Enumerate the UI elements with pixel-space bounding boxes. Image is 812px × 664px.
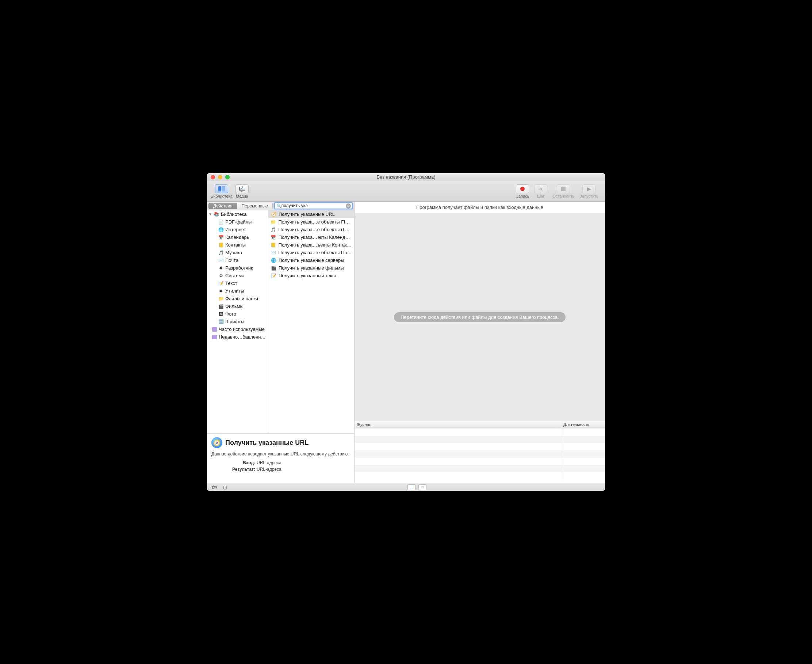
run-button[interactable]: ▶ (582, 184, 596, 193)
action-item[interactable]: 🧭Получить указанные URL (268, 210, 354, 218)
category-item[interactable]: 🌐Интернет (207, 226, 268, 233)
action-info: 🧭 Получить указанные URL Данное действие… (207, 433, 354, 483)
action-icon: 📒 (271, 242, 276, 248)
footer: ✿▾ ▢ ☰ ▭ (207, 483, 605, 491)
action-label: Получить указа…е объекты iTunes (278, 227, 352, 232)
category-icon: 🖼 (218, 311, 224, 317)
info-input-value: URL-адреса (257, 460, 281, 465)
minimize-icon[interactable] (218, 175, 222, 179)
collapse-icon[interactable]: ▢ (222, 485, 229, 490)
log-row (354, 443, 605, 450)
category-label: Контакты (225, 242, 246, 247)
action-item[interactable]: 📅Получить указа…екты Календаря (268, 233, 354, 241)
category-item[interactable]: 🎵Музыка (207, 249, 268, 256)
library-pane: Действия Переменные 🔍 получить ука ✕ ▼ 📚… (207, 202, 354, 483)
library-label: Библиотека (211, 194, 232, 199)
search-value: получить ука (281, 203, 308, 208)
step-button[interactable]: ➔| (534, 184, 547, 193)
category-label: Фильмы (225, 304, 244, 309)
view-flow-button[interactable]: ▭ (418, 484, 426, 490)
action-item[interactable]: ✉️Получить указа…е объекты Почты (268, 249, 354, 256)
category-item[interactable]: ✖Разработчик (207, 264, 268, 272)
library-root[interactable]: ▼ 📚 Библиотека (207, 210, 268, 218)
category-label: Почта (225, 257, 239, 263)
smart-folder-icon (212, 327, 217, 332)
record-label: Запись (516, 194, 529, 199)
category-item[interactable]: 🖼Фото (207, 310, 268, 318)
action-list[interactable]: 🧭Получить указанные URL📁Получить указа…е… (268, 210, 354, 433)
tab-actions[interactable]: Действия (208, 203, 237, 209)
info-result-value: URL-адреса (257, 467, 281, 472)
stop-button[interactable] (557, 184, 570, 193)
disclosure-icon[interactable]: ▼ (208, 212, 212, 216)
info-input-key: Вход: (211, 460, 255, 465)
action-label: Получить указа…е объекты Finder (278, 219, 352, 225)
category-item[interactable]: 🔤Шрифты (207, 318, 268, 325)
action-label: Получить указанные серверы (279, 257, 344, 263)
automator-window: Без названия (Программа) Библиотека 🎼 Ме… (207, 173, 605, 491)
category-label: Система (225, 273, 244, 278)
category-item[interactable]: 📄PDF-файлы (207, 218, 268, 226)
log-row (354, 428, 605, 436)
action-icon: 🌐 (271, 257, 276, 263)
category-list[interactable]: ▼ 📚 Библиотека 📄PDF-файлы🌐Интернет📅Кален… (207, 210, 268, 433)
search-input[interactable]: 🔍 получить ука ✕ (274, 202, 353, 209)
smart-folder-label: Часто используемые (219, 327, 265, 332)
action-label: Получить указанный текст (279, 273, 337, 278)
log-col-journal[interactable]: Журнал (354, 421, 561, 428)
drop-hint: Перетяните сюда действия или файлы для с… (394, 312, 565, 322)
action-item[interactable]: 📝Получить указанный текст (268, 272, 354, 279)
action-icon: 🎵 (271, 227, 276, 233)
action-label: Получить указа…ъекты Контактов (279, 242, 352, 247)
category-item[interactable]: 🎬Фильмы (207, 303, 268, 310)
category-icon: 📄 (218, 219, 224, 225)
category-icon: 🔤 (218, 319, 224, 325)
log-row (354, 465, 605, 472)
category-item[interactable]: 📁Файлы и папки (207, 295, 268, 303)
action-item[interactable]: 📁Получить указа…е объекты Finder (268, 218, 354, 226)
category-item[interactable]: ⚙Система (207, 272, 268, 279)
category-item[interactable]: ✉️Почта (207, 256, 268, 264)
category-icon: 🎵 (218, 250, 224, 256)
close-icon[interactable] (211, 175, 215, 179)
info-title: Получить указанные URL (225, 439, 309, 447)
info-result-key: Результат: (211, 467, 255, 472)
smart-folder-item[interactable]: Недавно…бавленные (207, 333, 268, 341)
gear-menu[interactable]: ✿▾ (210, 485, 219, 490)
view-log-button[interactable]: ☰ (408, 484, 416, 490)
clear-search-icon[interactable]: ✕ (346, 203, 351, 208)
library-button[interactable] (215, 184, 228, 193)
media-icon: 🎼 (239, 186, 245, 192)
category-icon: 📝 (218, 280, 224, 286)
svg-rect-1 (222, 186, 225, 191)
svg-rect-3 (561, 187, 565, 191)
tab-variables[interactable]: Переменные (237, 203, 273, 209)
action-item[interactable]: 🎵Получить указа…е объекты iTunes (268, 226, 354, 233)
category-label: Файлы и папки (225, 296, 258, 301)
action-item[interactable]: 🎬Получить указанные фильмы (268, 264, 354, 272)
category-item[interactable]: 📒Контакты (207, 241, 268, 249)
record-button[interactable] (516, 184, 529, 193)
media-button[interactable]: 🎼 (235, 184, 248, 193)
action-item[interactable]: 📒Получить указа…ъекты Контактов (268, 241, 354, 249)
maximize-icon[interactable] (225, 175, 230, 179)
category-icon: 📅 (218, 234, 224, 240)
category-item[interactable]: 📅Календарь (207, 233, 268, 241)
log-col-duration[interactable]: Длительность (561, 421, 605, 428)
workflow-accepts: Программа получает файлы и папки как вхо… (354, 202, 605, 213)
stop-icon (561, 187, 565, 191)
library-icon (218, 186, 225, 191)
category-label: Текст (225, 280, 237, 286)
svg-point-2 (520, 187, 525, 191)
action-item[interactable]: 🌐Получить указанные серверы (268, 256, 354, 264)
category-icon: 🌐 (218, 227, 224, 233)
action-icon: 📝 (271, 273, 276, 279)
workflow-canvas[interactable]: Перетяните сюда действия или файлы для с… (354, 213, 605, 421)
category-label: Утилиты (225, 288, 244, 294)
action-label: Получить указанные фильмы (279, 265, 344, 271)
category-item[interactable]: 📝Текст (207, 279, 268, 287)
category-icon: ✉️ (218, 257, 224, 263)
smart-folder-label: Недавно…бавленные (219, 334, 266, 340)
smart-folder-item[interactable]: Часто используемые (207, 325, 268, 333)
category-item[interactable]: ✖Утилиты (207, 287, 268, 295)
